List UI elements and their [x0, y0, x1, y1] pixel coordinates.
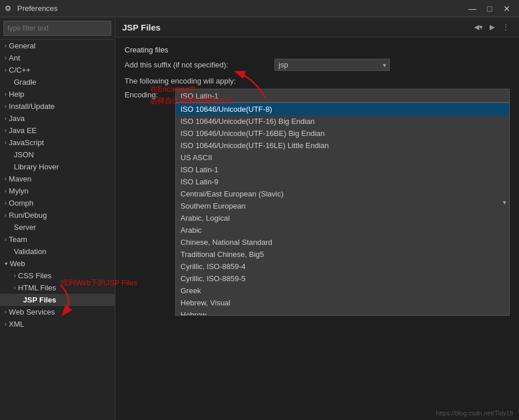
sidebar-item-libraryhover[interactable]: Library Hover	[0, 161, 115, 173]
sidebar-item-web[interactable]: ▾Web	[0, 258, 115, 270]
minimize-button[interactable]: —	[465, 2, 480, 15]
dropdown-item-centraleast[interactable]: Central/East European (Slavic)	[176, 188, 509, 200]
dropdown-item-isolatin1[interactable]: ISO Latin-1	[176, 164, 509, 176]
sidebar-item-server[interactable]: Server	[0, 221, 115, 233]
sidebar-label-htmlfiles: HTML Files	[18, 283, 56, 292]
sidebar-item-cpp[interactable]: ›C/C++	[0, 64, 115, 76]
tree-arrow-rundebug: ›	[5, 212, 6, 218]
dropdown-item-greek[interactable]: Greek	[176, 285, 509, 297]
tree-arrow-oomph: ›	[5, 200, 6, 206]
suffix-select-wrap: jsp	[274, 59, 390, 71]
encoding-field-label: Encoding:	[125, 89, 171, 99]
creating-files-title: Creating files	[125, 46, 510, 54]
sidebar-label-installupdae: Install/Update	[9, 102, 55, 111]
encoding-dropdown[interactable]: ISO 10646/Unicode(UTF-8)ISO 10646/Unicod…	[175, 103, 510, 316]
filter-wrap	[0, 17, 115, 40]
sidebar-item-maven[interactable]: ›Maven	[0, 173, 115, 185]
sidebar-label-cssfiles: CSS Files	[18, 271, 51, 280]
dropdown-item-arabiclogical[interactable]: Arabic, Logical	[176, 212, 509, 224]
sidebar-item-javaee[interactable]: ›Java EE	[0, 124, 115, 137]
filter-input[interactable]	[3, 21, 111, 36]
encoding-description: The following encoding will apply:	[125, 77, 510, 85]
page-title: JSP Files	[122, 22, 160, 32]
dropdown-item-tradchinese[interactable]: Traditional Chinese, Big5	[176, 248, 509, 260]
sidebar-item-htmlfiles[interactable]: ›HTML Files	[0, 282, 115, 294]
sidebar-item-general[interactable]: ›General	[0, 40, 115, 52]
dropdown-item-hebrewvisual[interactable]: Hebrew, Visual	[176, 297, 509, 309]
sidebar-label-javaee: Java EE	[9, 126, 36, 135]
tree-arrow-web: ▾	[5, 260, 7, 267]
sidebar-label-oomph: Oomph	[9, 199, 33, 207]
sidebar-label-maven: Maven	[9, 175, 31, 183]
tree-arrow-htmlfiles: ›	[14, 285, 16, 291]
maximize-button[interactable]: □	[482, 2, 497, 15]
sidebar-item-help[interactable]: ›Help	[0, 88, 115, 100]
sidebar-label-help: Help	[9, 90, 24, 99]
sidebar-item-mylyn[interactable]: ›Mylyn	[0, 185, 115, 197]
encoding-select-wrap: ISO Latin-1 ISO 10646/Unicode(UTF-8)ISO …	[175, 89, 510, 316]
forward-button[interactable]: ▶	[486, 21, 498, 33]
dropdown-item-chinesenational[interactable]: Chinese, National Standard	[176, 236, 509, 248]
content-area: JSP Files ◀▾ ▶ ⋮ Creating files Add this…	[115, 17, 519, 420]
dropdown-item-isolatin9[interactable]: ISO Latin-9	[176, 176, 509, 188]
dropdown-item-cyrillic4[interactable]: Cyrillic, ISO-8859-4	[176, 260, 509, 273]
suffix-row: Add this suffix (if not specified): jsp	[125, 59, 510, 71]
tree-container: ›General›Ant›C/C++Gradle›Help›Install/Up…	[0, 40, 115, 420]
dropdown-item-arabic[interactable]: Arabic	[176, 224, 509, 236]
tree-arrow-webservices: ›	[5, 309, 6, 315]
dropdown-item-southern[interactable]: Southern European	[176, 200, 509, 212]
sidebar-item-jspfiles[interactable]: JSP Files	[0, 294, 115, 306]
close-button[interactable]: ✕	[499, 2, 514, 15]
suffix-select[interactable]: jsp	[274, 59, 390, 71]
dropdown-item-utf16le[interactable]: ISO 10646/Unicode(UTF-16LE) Little Endia…	[176, 139, 509, 152]
tree-arrow-ant: ›	[5, 55, 6, 61]
content-body: Creating files Add this suffix (if not s…	[115, 37, 519, 420]
sidebar-item-javascript[interactable]: ›JavaScript	[0, 137, 115, 149]
sidebar-label-libraryhover: Library Hover	[14, 162, 59, 171]
nav-buttons: ◀▾ ▶ ⋮	[472, 21, 512, 33]
sidebar-label-team: Team	[9, 235, 27, 244]
tree-arrow-team: ›	[5, 236, 6, 243]
sidebar-item-team[interactable]: ›Team	[0, 233, 115, 245]
dropdown-item-utf8[interactable]: ISO 10646/Unicode(UTF-8)	[176, 103, 509, 115]
content-header: JSP Files ◀▾ ▶ ⋮	[115, 17, 519, 37]
dropdown-item-utf16be[interactable]: ISO 10646/Unicode(UTF-16) Big Endian	[176, 115, 509, 127]
sidebar-item-rundebug[interactable]: ›Run/Debug	[0, 209, 115, 221]
dropdown-item-utf16bebe[interactable]: ISO 10646/Unicode(UTF-16BE) Big Endian	[176, 127, 509, 139]
encoding-row: Encoding: ISO Latin-1 ISO 10646/Unicode(…	[125, 89, 510, 316]
sidebar-label-jspfiles: JSP Files	[23, 296, 57, 304]
sidebar-label-java: Java	[9, 114, 24, 123]
menu-button[interactable]: ⋮	[499, 21, 512, 33]
watermark: https://blog.csdn.net/Tidy18	[436, 410, 513, 417]
dropdown-item-cyrillic5[interactable]: Cyrillic, ISO-8859-5	[176, 273, 509, 285]
sidebar-item-json[interactable]: JSON	[0, 149, 115, 161]
dropdown-item-usascii[interactable]: US ASCII	[176, 152, 509, 164]
sidebar-item-xml[interactable]: ›XML	[0, 318, 115, 330]
back-button[interactable]: ◀▾	[472, 21, 484, 33]
sidebar-item-cssfiles[interactable]: ›CSS Files	[0, 270, 115, 282]
sidebar-label-ant: Ant	[9, 54, 20, 62]
sidebar-item-validation[interactable]: Validation	[0, 245, 115, 258]
window-controls: — □ ✕	[465, 2, 514, 15]
sidebar-item-installupdae[interactable]: ›Install/Update	[0, 100, 115, 112]
sidebar-label-server: Server	[14, 223, 36, 232]
sidebar-item-gradle[interactable]: Gradle	[0, 76, 115, 88]
tree-arrow-xml: ›	[5, 321, 6, 327]
sidebar-label-xml: XML	[9, 320, 24, 328]
dropdown-item-hebrew[interactable]: Hebrew	[176, 309, 509, 316]
tree-arrow-maven: ›	[5, 176, 6, 182]
sidebar-item-webservices[interactable]: ›Web Services	[0, 306, 115, 318]
encoding-display[interactable]: ISO Latin-1	[175, 89, 510, 103]
sidebar-item-ant[interactable]: ›Ant	[0, 52, 115, 64]
app-icon: ⚙	[5, 4, 14, 13]
window-title: Preferences	[17, 4, 465, 13]
sidebar-label-gradle: Gradle	[14, 78, 36, 86]
tree-arrow-mylyn: ›	[5, 188, 6, 194]
sidebar-item-java[interactable]: ›Java	[0, 112, 115, 124]
sidebar-label-rundebug: Run/Debug	[9, 211, 47, 220]
sidebar: ›General›Ant›C/C++Gradle›Help›Install/Up…	[0, 17, 115, 420]
sidebar-label-general: General	[9, 41, 35, 50]
sidebar-item-oomph[interactable]: ›Oomph	[0, 197, 115, 209]
tree-arrow-help: ›	[5, 91, 6, 97]
tree-arrow-cssfiles: ›	[14, 273, 16, 279]
